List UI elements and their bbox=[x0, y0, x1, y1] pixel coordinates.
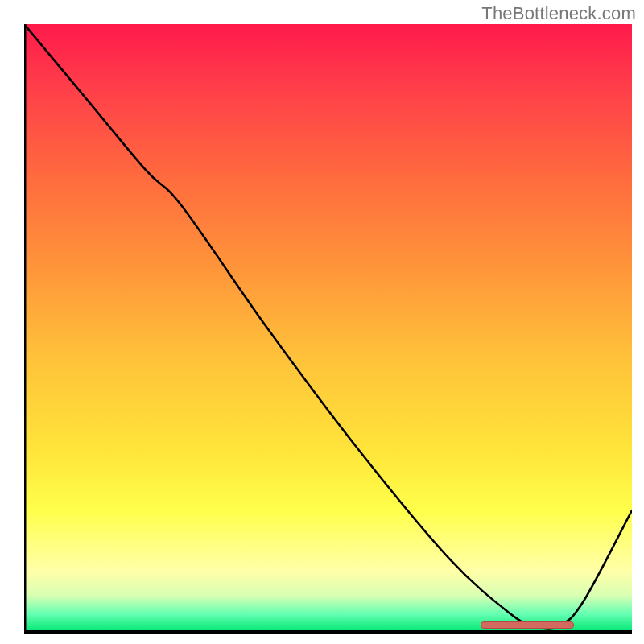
optimal-range-marker bbox=[481, 621, 574, 629]
chart-container: TheBottleneck.com bbox=[0, 0, 644, 644]
heat-gradient bbox=[24, 24, 632, 632]
watermark-text: TheBottleneck.com bbox=[481, 3, 636, 24]
plot-area bbox=[24, 24, 632, 632]
